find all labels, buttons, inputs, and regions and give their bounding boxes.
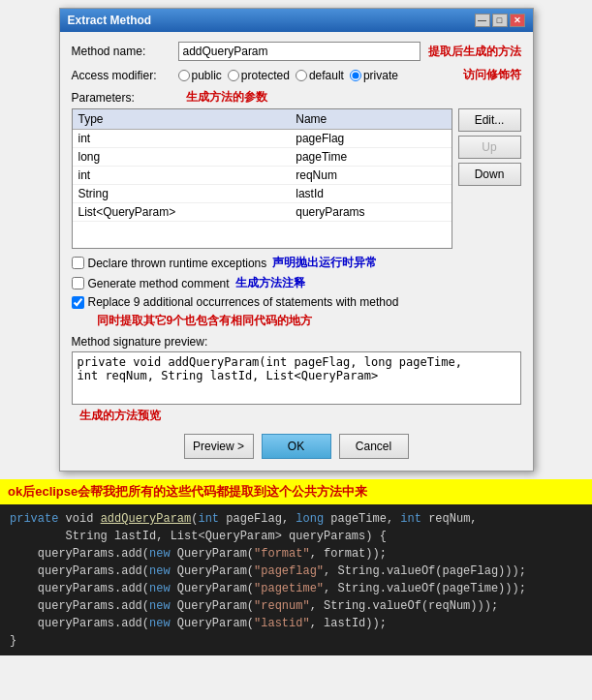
param-name: pageTime	[290, 148, 451, 167]
param-type: int	[73, 130, 291, 148]
parameters-table: Type Name intpageFlaglongpageTimeintreqN…	[73, 109, 452, 222]
table-row[interactable]: intpageFlag	[73, 130, 452, 148]
checkbox3-label: Replace 9 additional occurrences of stat…	[88, 295, 399, 309]
signature-line1: private void addQueryParam(int pageFlag,…	[78, 355, 515, 369]
checkbox1-row: Declare thrown runtime exceptions 声明抛出运行…	[72, 255, 521, 271]
parameters-label-row: Parameters: 生成方法的参数	[72, 89, 521, 106]
code-line-8: }	[10, 632, 582, 650]
generate-comment-checkbox[interactable]	[72, 277, 84, 289]
signature-section: Method signature preview: private void a…	[72, 335, 521, 424]
code-line-5: queryParams.add(new QueryParam("pagetime…	[10, 580, 582, 597]
radio-protected[interactable]: protected	[228, 69, 290, 82]
parameters-label: Parameters:	[72, 91, 178, 105]
dialog-titlebar: Extract Method — □ ✕	[60, 9, 533, 32]
preview-button[interactable]: Preview >	[184, 434, 254, 459]
replace-occurrences-checkbox[interactable]	[72, 296, 84, 309]
cancel-button[interactable]: Cancel	[339, 434, 409, 459]
edit-button[interactable]: Edit...	[458, 108, 521, 132]
code-line-6: queryParams.add(new QueryParam("reqnum",…	[10, 597, 582, 615]
table-row[interactable]: List<QueryParam>queryParams	[73, 203, 452, 222]
checkbox3-row: Replace 9 additional occurrences of stat…	[72, 295, 521, 309]
parameters-annotation: 生成方法的参数	[186, 89, 267, 106]
titlebar-buttons: — □ ✕	[475, 14, 525, 27]
param-type: int	[73, 167, 291, 185]
up-button[interactable]: Up	[458, 136, 521, 159]
method-name-input[interactable]	[178, 42, 421, 61]
method-name-label: Method name:	[72, 45, 178, 58]
ok-button[interactable]: OK	[262, 434, 331, 459]
param-type: List<QueryParam>	[73, 203, 291, 222]
checkbox2-annotation: 生成方法注释	[235, 275, 305, 291]
access-annotation: 访问修饰符	[463, 67, 521, 83]
radio-default[interactable]: default	[296, 69, 344, 82]
signature-label: Method signature preview:	[72, 335, 521, 349]
table-row[interactable]: longpageTime	[73, 148, 452, 167]
dialog-title: Extract Method	[68, 14, 152, 27]
code-line-1: private void addQueryParam(int pageFlag,…	[10, 510, 582, 528]
dialog-body: Method name: 提取后生成的方法 Access modifier: p…	[60, 32, 533, 471]
signature-line2: int reqNum, String lastId, List<QueryPar…	[78, 369, 515, 382]
table-row[interactable]: intreqNum	[73, 167, 452, 185]
method-name-annotation: 提取后生成的方法	[428, 44, 521, 60]
minimize-button[interactable]: —	[475, 14, 490, 27]
code-line-3: queryParams.add(new QueryParam("format",…	[10, 545, 582, 563]
checkbox1-label: Declare thrown runtime exceptions	[88, 257, 267, 270]
declare-exceptions-checkbox[interactable]	[72, 257, 84, 269]
radio-public[interactable]: public	[178, 69, 222, 82]
param-type: String	[73, 185, 291, 203]
type-column-header: Type	[73, 109, 291, 130]
checkbox2-label: Generate method comment	[88, 277, 230, 290]
param-name: pageFlag	[290, 130, 451, 148]
signature-box: private void addQueryParam(int pageFlag,…	[72, 351, 521, 405]
code-line-7: queryParams.add(new QueryParam("lastid",…	[10, 615, 582, 632]
down-button[interactable]: Down	[458, 163, 521, 186]
bottom-annotation-text: ok后eclipse会帮我把所有的这些代码都提取到这个公共方法中来	[8, 484, 367, 499]
code-line-4: queryParams.add(new QueryParam("pageflag…	[10, 563, 582, 580]
params-buttons: Edit... Up Down	[458, 108, 521, 249]
code-line-2: String lastId, List<QueryParam> queryPar…	[10, 528, 582, 545]
param-name: lastId	[290, 185, 451, 203]
checkboxes-section: Declare thrown runtime exceptions 声明抛出运行…	[72, 255, 521, 329]
radio-private[interactable]: private	[350, 69, 398, 82]
access-modifier-row: Access modifier: public protected defaul…	[72, 67, 521, 83]
method-name-row: Method name: 提取后生成的方法	[72, 42, 521, 61]
access-modifier-label: Access modifier:	[72, 69, 178, 82]
parameters-area: Type Name intpageFlaglongpageTimeintreqN…	[72, 108, 521, 249]
table-header-row: Type Name	[73, 109, 452, 130]
maximize-button[interactable]: □	[492, 14, 508, 27]
parameters-table-container: Type Name intpageFlaglongpageTimeintreqN…	[72, 108, 452, 249]
name-column-header: Name	[290, 109, 451, 130]
access-modifier-group: public protected default private	[178, 69, 455, 82]
bottom-annotation-section: ok后eclipse会帮我把所有的这些代码都提取到这个公共方法中来	[0, 479, 592, 504]
checkbox1-annotation: 声明抛出运行时异常	[272, 255, 377, 271]
extract-method-dialog: Extract Method — □ ✕ Method name: 提取后生成的…	[59, 8, 534, 472]
action-buttons: Preview > OK Cancel	[72, 434, 521, 459]
param-name: queryParams	[290, 203, 451, 222]
checkbox2-row: Generate method comment 生成方法注释	[72, 275, 521, 291]
close-button[interactable]: ✕	[510, 14, 525, 27]
checkbox3-annotation: 同时提取其它9个也包含有相同代码的地方	[97, 314, 313, 327]
param-type: long	[73, 148, 291, 167]
signature-annotation: 生成的方法预览	[79, 409, 161, 422]
table-row[interactable]: StringlastId	[73, 185, 452, 203]
param-name: reqNum	[290, 167, 451, 185]
code-section: private void addQueryParam(int pageFlag,…	[0, 504, 592, 655]
parameters-section: Parameters: 生成方法的参数 Type Name intpageFla…	[72, 89, 521, 249]
